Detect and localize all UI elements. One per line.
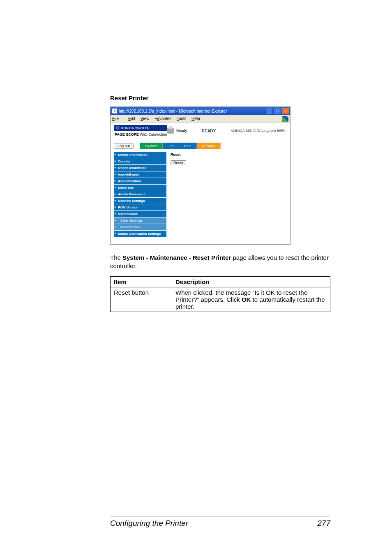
printer-icon [167,128,174,134]
tab-network[interactable]: Network [197,143,221,149]
sidebar-item-machine-settings[interactable]: Machine Settings [114,198,166,204]
reset-heading: Reset [171,153,285,157]
window-minimize-button[interactable]: _ [265,108,273,114]
sidebar-item-clear-settings[interactable]: Clear Settings [114,217,166,224]
reset-button[interactable]: Reset [171,160,186,165]
menu-tools[interactable]: Tools [177,116,186,121]
menu-help[interactable]: Help [191,116,200,121]
sidebar: Device Information Counter Online Assist… [114,152,166,241]
menu-favorites[interactable]: Favorites [154,116,171,121]
brand-globe-icon [115,126,120,130]
footer-section-title: Configuring the Printer [110,519,188,528]
sidebar-item-import-export[interactable]: Import/Export [114,171,166,178]
tab-print[interactable]: Print [179,143,197,149]
logout-button[interactable]: Log out [114,143,134,149]
page-header: KONICA MINOLTA PAGE SCOPE Web Connection… [111,123,290,140]
sidebar-item-rom-version[interactable]: ROM Version [114,204,166,210]
brand-badge: KONICA MINOLTA [114,125,167,131]
menu-view[interactable]: View [141,116,150,121]
tab-system[interactable]: System [140,143,163,149]
description-paragraph: The System - Maintenance - Reset Printer… [110,254,330,271]
window-maximize-button[interactable]: □ [274,108,281,114]
sidebar-item-maintenance[interactable]: Maintenance [114,211,166,217]
ready-status-large: READY [202,129,216,133]
sidebar-item-device-information[interactable]: Device Information [114,152,166,158]
table-header-description: Description [172,276,330,287]
description-table: Item Description Reset button When click… [110,276,330,312]
sidebar-item-date-time[interactable]: Date/Time [114,185,166,191]
page-footer: Configuring the Printer 277 [110,516,330,528]
ie-icon: e [112,109,117,113]
table-row: Reset button When clicked, the message “… [111,287,330,312]
sidebar-item-authentication[interactable]: Authentication [114,178,166,184]
tab-strip: System Job Print Network [140,143,221,149]
sidebar-item-admin-password[interactable]: Admin Password [114,191,166,197]
menu-edit[interactable]: Edit [128,116,135,121]
table-header-item: Item [111,276,172,287]
sidebar-item-reset-printer[interactable]: Reset Printer [114,224,166,230]
table-cell-item: Reset button [111,287,172,312]
main-pane: Reset Reset [169,152,287,241]
sidebar-item-counter[interactable]: Counter [114,158,166,164]
footer-page-number: 277 [317,519,330,528]
window-title: http://192.168.1.2/a_index.html - Micros… [119,109,227,113]
tab-job[interactable]: Job [163,143,179,149]
sidebar-item-online-assistance[interactable]: Online Assistance [114,165,166,171]
brand-text: KONICA MINOLTA [121,126,149,130]
table-cell-description: When clicked, the message “Is it OK to r… [172,287,330,312]
ready-status-small: Ready [176,129,187,133]
window-titlebar: e http://192.168.1.2/a_index.html - Micr… [111,107,290,115]
embedded-screenshot: e http://192.168.1.2/a_index.html - Micr… [110,106,291,245]
menu-file[interactable]: File [112,116,123,121]
device-name: KONICA MINOLTA pagepro 5650 [231,129,285,133]
web-connection-label: PAGE SCOPE Web Connection [115,132,167,136]
sidebar-item-status-notification[interactable]: Status Notification Settings [114,231,166,237]
menu-bar: File Edit View Favorites Tools Help [111,115,290,123]
window-close-button[interactable]: × [282,108,289,114]
ie-throbber-icon [282,116,288,122]
section-heading: Reset Printer [110,95,330,102]
